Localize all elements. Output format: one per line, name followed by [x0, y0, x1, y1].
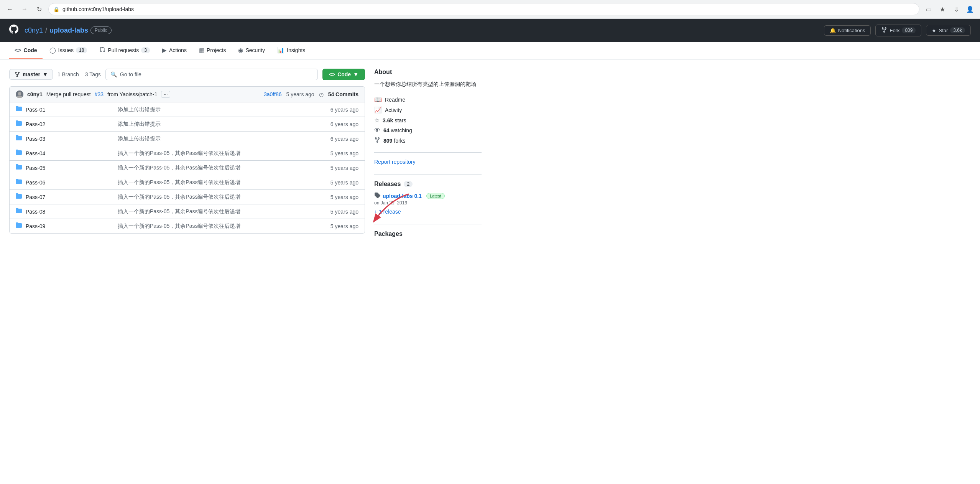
- tab-pr-label: Pull requests: [108, 47, 139, 53]
- more-releases-link[interactable]: + 1 release: [374, 209, 482, 215]
- report-link[interactable]: Report repository: [374, 159, 415, 165]
- star-count: 3.6k: [950, 27, 965, 33]
- readme-item[interactable]: 📖 Readme: [374, 94, 482, 105]
- commit-hash[interactable]: 3a0ff86: [264, 91, 281, 97]
- title-separator: /: [45, 26, 47, 35]
- forks-item[interactable]: 809 forks: [374, 135, 482, 146]
- owner-link[interactable]: c0ny1: [25, 26, 43, 35]
- file-name: Pass-01: [26, 107, 118, 113]
- tags-count-link[interactable]: 3 Tags: [85, 71, 101, 77]
- file-time: 6 years ago: [331, 121, 358, 127]
- branch-name: master: [23, 71, 40, 77]
- release-date: on Jan 29, 2019: [374, 200, 482, 206]
- code-button[interactable]: <> Code ▼: [322, 69, 365, 80]
- activity-label: Activity: [385, 107, 402, 113]
- forks-label: forks: [394, 138, 405, 144]
- commit-from-text: from Yaoisss/patch-1: [107, 91, 157, 97]
- refresh-button[interactable]: ↻: [34, 4, 44, 15]
- table-row: Pass-05 插入一个新的Pass-05，其余Pass编号依次往后递增 5 y…: [10, 161, 365, 175]
- latest-badge: Latest: [426, 193, 445, 199]
- fork-button[interactable]: Fork 809: [875, 25, 921, 36]
- commit-dots: ···: [161, 91, 170, 98]
- folder-icon: [16, 149, 22, 157]
- star-label: Star: [939, 28, 948, 33]
- branch-select[interactable]: master ▼: [9, 69, 53, 80]
- about-section: About 一个想帮你总结所有类型的上传漏洞的靶场 📖 Readme 📈 Act…: [374, 69, 482, 165]
- file-name: Pass-04: [26, 150, 118, 156]
- file-link[interactable]: Pass-07: [26, 194, 45, 200]
- back-button[interactable]: ←: [5, 4, 15, 15]
- forks-count: 809: [383, 138, 392, 144]
- pr-badge: 3: [141, 47, 150, 53]
- commit-time: 5 years ago: [286, 91, 314, 97]
- download-button[interactable]: ⇓: [951, 4, 962, 15]
- tab-issues[interactable]: ◯ Issues 18: [44, 42, 93, 59]
- cast-button[interactable]: ▭: [923, 4, 934, 15]
- folder-icon: [16, 207, 22, 216]
- watching-label: watching: [391, 127, 412, 133]
- file-name: Pass-06: [26, 179, 118, 186]
- address-text: github.com/c0ny1/upload-labs: [62, 6, 134, 12]
- sidebar: About 一个想帮你总结所有类型的上传漏洞的靶场 📖 Readme 📈 Act…: [374, 69, 482, 247]
- star-button[interactable]: ★ Star 3.6k: [926, 25, 971, 36]
- main-content: master ▼ 1 Branch 3 Tags 🔍 Go to file <>…: [0, 59, 491, 256]
- address-bar[interactable]: 🔒 github.com/c0ny1/upload-labs: [48, 3, 919, 15]
- file-link[interactable]: Pass-03: [26, 136, 45, 142]
- file-link[interactable]: Pass-08: [26, 209, 45, 215]
- tab-pullrequests[interactable]: Pull requests 3: [94, 42, 155, 59]
- packages-title: Packages: [374, 230, 482, 237]
- notifications-button[interactable]: 🔔 Notifications: [824, 25, 871, 36]
- file-message: 添加上传出错提示: [118, 106, 331, 113]
- file-link[interactable]: Pass-09: [26, 223, 45, 229]
- folder-icon: [16, 164, 22, 172]
- tab-projects[interactable]: ▦ Projects: [194, 42, 232, 59]
- pr-link[interactable]: #33: [95, 91, 104, 97]
- file-time: 5 years ago: [331, 194, 358, 200]
- releases-count: 2: [404, 181, 413, 187]
- tag-icon: [374, 192, 380, 199]
- file-time: 5 years ago: [331, 209, 358, 215]
- code-icon: <>: [329, 71, 335, 77]
- bell-icon: 🔔: [830, 28, 836, 33]
- stars-item[interactable]: ☆ 3.6k stars: [374, 115, 482, 125]
- tab-issues-label: Issues: [58, 47, 74, 53]
- file-time: 6 years ago: [331, 136, 358, 142]
- file-message: 插入一个新的Pass-05，其余Pass编号依次往后递增: [118, 179, 331, 186]
- bookmark-button[interactable]: ★: [937, 4, 948, 15]
- browser-chrome: ← → ↻ 🔒 github.com/c0ny1/upload-labs ▭ ★…: [0, 0, 980, 19]
- tab-actions[interactable]: ▶ Actions: [157, 42, 192, 59]
- browser-actions: ▭ ★ ⇓ 👤: [923, 4, 975, 15]
- repo-nav: <> Code ◯ Issues 18 Pull requests 3 ▶ Ac…: [0, 42, 980, 59]
- file-link[interactable]: Pass-04: [26, 150, 45, 156]
- release-name[interactable]: upload-labs 0.1: [383, 193, 422, 199]
- commits-count: 54 Commits: [328, 91, 358, 97]
- branch-count-link[interactable]: 1 Branch: [58, 71, 79, 77]
- folder-icon: [16, 222, 22, 230]
- profile-button[interactable]: 👤: [965, 4, 975, 15]
- search-box[interactable]: 🔍 Go to file: [105, 69, 318, 80]
- file-link[interactable]: Pass-01: [26, 107, 45, 113]
- tab-security[interactable]: ◉ Security: [233, 42, 270, 59]
- tab-code[interactable]: <> Code: [9, 42, 43, 59]
- file-message: 插入一个新的Pass-05，其余Pass编号依次往后递增: [118, 208, 331, 215]
- tab-security-label: Security: [245, 47, 265, 53]
- forward-button[interactable]: →: [19, 4, 30, 15]
- commits-link[interactable]: 54 Commits: [328, 91, 358, 97]
- activity-item[interactable]: 📈 Activity: [374, 105, 482, 115]
- lock-icon: 🔒: [53, 7, 59, 12]
- file-link[interactable]: Pass-06: [26, 179, 45, 186]
- svg-point-1: [18, 92, 21, 95]
- file-link[interactable]: Pass-05: [26, 165, 45, 171]
- file-time: 5 years ago: [331, 165, 358, 171]
- fork-count: 809: [902, 27, 916, 33]
- tab-insights[interactable]: 📊 Insights: [272, 42, 311, 59]
- watching-item[interactable]: 👁 64 watching: [374, 125, 482, 135]
- table-row: Pass-07 插入一个新的Pass-05，其余Pass编号依次往后递增 5 y…: [10, 190, 365, 204]
- code-button-label: Code: [337, 71, 351, 77]
- file-link[interactable]: Pass-02: [26, 121, 45, 127]
- actions-icon: ▶: [162, 47, 167, 54]
- stars-count: 3.6k: [383, 117, 393, 123]
- readme-label: Readme: [385, 97, 405, 103]
- repo-link[interactable]: upload-labs: [49, 26, 88, 35]
- repo-description: 一个想帮你总结所有类型的上传漏洞的靶场: [374, 80, 482, 88]
